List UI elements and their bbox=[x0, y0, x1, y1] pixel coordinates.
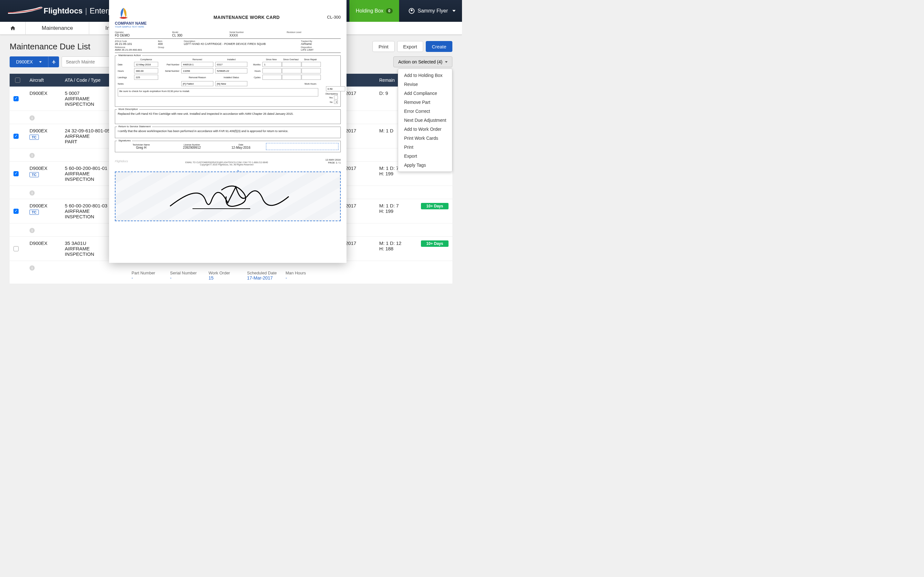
wc-sig-date: 12-May-2016 bbox=[218, 146, 263, 149]
wc-hours-field[interactable] bbox=[134, 68, 158, 73]
menu-item-error-correct[interactable]: Error Correct bbox=[398, 107, 452, 116]
info-icon[interactable]: i bbox=[29, 115, 35, 121]
wc-tech-name: Greg H bbox=[117, 146, 165, 149]
wc-footer-copy: Copyright © 2016 Flightdocs, Inc. All Ri… bbox=[128, 163, 325, 166]
row-checkbox[interactable] bbox=[13, 134, 19, 139]
row-aircraft: D900EX bbox=[29, 203, 57, 208]
wc-discrepancy-no[interactable]: X bbox=[334, 100, 338, 104]
wc-tracked-by: Airframe bbox=[301, 42, 341, 45]
user-name: Sammy Flyer bbox=[418, 8, 448, 14]
print-button[interactable]: Print bbox=[373, 41, 395, 52]
info-icon[interactable]: i bbox=[29, 153, 35, 158]
wc-landings-field[interactable] bbox=[134, 75, 158, 80]
aircraft-filter-label: D900EX bbox=[16, 59, 33, 64]
wc-installed-status[interactable] bbox=[215, 81, 247, 86]
row-due-date: -2017 bbox=[344, 240, 372, 246]
wc-license: 2392909912 bbox=[168, 146, 216, 149]
menu-item-add-compliance[interactable]: Add Compliance bbox=[398, 89, 452, 98]
info-icon[interactable]: i bbox=[29, 190, 35, 195]
row-due-date: -2017 bbox=[344, 203, 372, 208]
row-remaining-2: H: 199 bbox=[379, 208, 413, 214]
wc-rts-text: I certify that the above work/inspection… bbox=[118, 129, 338, 133]
wc-model: CL 300 bbox=[172, 34, 226, 37]
wc-description: LEFT HAND #2 CARTRIDGE - POWER DEVICE FI… bbox=[184, 42, 298, 45]
wc-work-hours[interactable] bbox=[326, 86, 345, 91]
wc-date-field[interactable] bbox=[134, 62, 158, 67]
home-tab[interactable] bbox=[0, 22, 26, 34]
tc-badge: TC bbox=[29, 172, 39, 177]
wc-item: 400 bbox=[158, 42, 181, 45]
tc-badge: TC bbox=[29, 135, 39, 140]
brand-name: Flightdocs bbox=[44, 6, 82, 15]
plane-icon bbox=[52, 60, 56, 64]
row-remaining-1: M: 1 D: 7 bbox=[379, 203, 413, 208]
row-aircraft: D900EX bbox=[29, 240, 57, 246]
menu-item-apply-tags[interactable]: Apply Tags bbox=[398, 161, 452, 169]
wc-operator: FD DEMO bbox=[115, 34, 169, 37]
wc-signature-thumbnail bbox=[266, 143, 338, 150]
menu-item-add-wo[interactable]: Add to Work Order bbox=[398, 125, 452, 134]
wc-maint-action-label: Maintenance Action bbox=[117, 54, 142, 57]
wc-footer-page: PAGE 1 / 1 bbox=[325, 161, 341, 164]
row-due-date: -2017 bbox=[344, 90, 372, 96]
signature-zoom bbox=[115, 171, 341, 221]
row-checkbox[interactable] bbox=[13, 209, 19, 214]
menu-item-print-wc[interactable]: Print Work Cards bbox=[398, 134, 452, 143]
wc-footer-date: 12-MAY-2016 bbox=[325, 158, 341, 161]
col-aircraft[interactable]: Aircraft bbox=[26, 77, 61, 83]
holding-box-button[interactable]: Holding Box 0 bbox=[349, 0, 399, 22]
info-icon[interactable]: i bbox=[29, 228, 35, 233]
row-aircraft: D900EX bbox=[29, 128, 57, 133]
jet-icon bbox=[6, 6, 45, 16]
days-remaining-badge: 10+ Days bbox=[421, 240, 449, 247]
action-on-selected-label: Action on Selected (4) bbox=[398, 59, 443, 64]
action-dropdown-menu: Add to Holding Box Revise Add Compliance… bbox=[398, 69, 452, 172]
tc-badge: TC bbox=[29, 210, 39, 215]
menu-item-export[interactable]: Export bbox=[398, 152, 452, 161]
plane-icon-button[interactable] bbox=[48, 56, 59, 67]
wc-work-desc-label: Work Description bbox=[117, 108, 139, 111]
info-icon[interactable]: i bbox=[29, 266, 35, 271]
wc-removal-reason[interactable] bbox=[181, 81, 213, 86]
menu-item-add-holding[interactable]: Add to Holding Box bbox=[398, 71, 452, 80]
holding-box-label: Holding Box bbox=[356, 8, 383, 14]
row-remaining-2: H: 188 bbox=[379, 246, 413, 251]
wc-discrepancy-yes[interactable] bbox=[334, 95, 338, 99]
wc-reference: AMM 26-21-05-900-801 bbox=[115, 48, 155, 51]
wc-installed-pn[interactable] bbox=[215, 62, 247, 67]
maintenance-tab[interactable]: Maintenance bbox=[26, 22, 89, 34]
chevron-down-icon bbox=[452, 10, 456, 12]
days-remaining-badge: 10+ Days bbox=[421, 203, 449, 210]
menu-item-revise[interactable]: Revise bbox=[398, 80, 452, 89]
wc-removed-pn[interactable] bbox=[181, 62, 213, 67]
wc-months[interactable] bbox=[262, 62, 282, 67]
row-checkbox[interactable] bbox=[13, 171, 19, 176]
aircraft-filter-dropdown[interactable]: D900EX bbox=[10, 56, 59, 67]
holding-box-count: 0 bbox=[386, 8, 393, 13]
chevron-down-icon bbox=[445, 61, 447, 63]
home-icon bbox=[10, 25, 16, 31]
row-aircraft: D900EX bbox=[29, 90, 57, 96]
menu-item-print[interactable]: Print bbox=[398, 143, 452, 152]
row-checkbox[interactable] bbox=[13, 96, 19, 101]
create-button[interactable]: Create bbox=[426, 41, 452, 52]
wc-serial: XXXX bbox=[229, 34, 284, 37]
wc-installed-sn[interactable] bbox=[215, 68, 247, 73]
menu-item-next-due[interactable]: Next Due Adjustment bbox=[398, 116, 452, 125]
action-on-selected-button[interactable]: Action on Selected (4) bbox=[393, 56, 452, 67]
company-name: COMPANY NAME bbox=[115, 21, 147, 26]
wc-rts-label: Return to Service Statement bbox=[117, 125, 152, 128]
wc-removed-sn[interactable] bbox=[181, 68, 213, 73]
menu-item-remove-part[interactable]: Remove Part bbox=[398, 98, 452, 107]
user-avatar-icon bbox=[409, 8, 415, 14]
chevron-down-icon bbox=[39, 61, 42, 63]
user-menu[interactable]: Sammy Flyer bbox=[409, 8, 456, 14]
export-button[interactable]: Export bbox=[397, 41, 423, 52]
select-all-checkbox[interactable] bbox=[15, 77, 20, 83]
wc-ata-code: 26 21-05-101 bbox=[115, 42, 155, 45]
row-checkbox[interactable] bbox=[13, 246, 19, 251]
row-due-date: -2017 bbox=[344, 165, 372, 171]
wc-notes[interactable]: Be sure to check for squib expiration fr… bbox=[118, 88, 318, 97]
work-card-preview: COMPANY NAME YOUR SAMPLE TEXT HERE MAINT… bbox=[109, 0, 347, 263]
company-tagline: YOUR SAMPLE TEXT HERE bbox=[115, 26, 144, 28]
